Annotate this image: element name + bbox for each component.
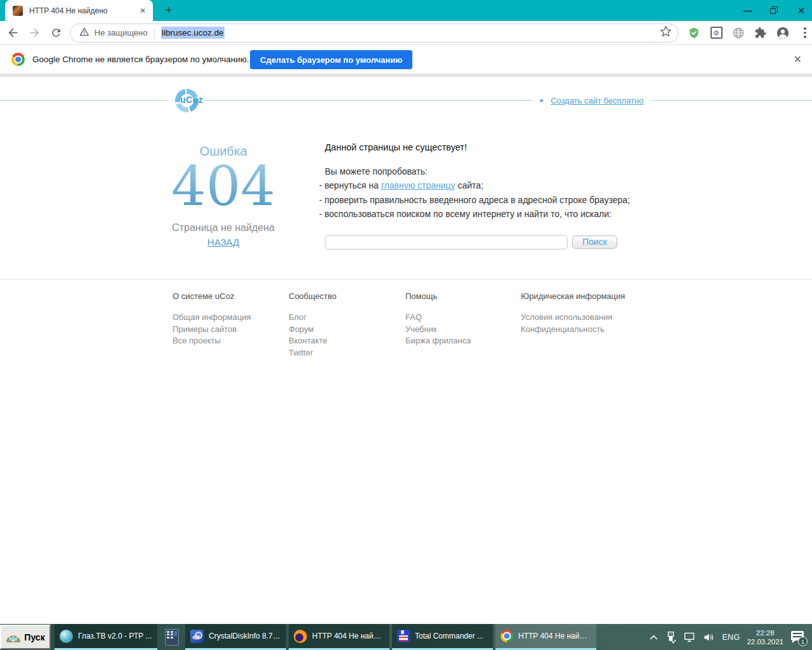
security-label[interactable]: Не защищено	[95, 28, 148, 37]
taskbar-item-chrome-active[interactable]: HTTP 404 Не найде...	[495, 624, 596, 650]
suggestion-item-1: - вернуться на главную страницу сайта;	[319, 178, 636, 193]
volume-icon[interactable]	[703, 632, 715, 643]
footer-link[interactable]: Учебник	[405, 324, 520, 335]
glaz-tv-icon	[60, 630, 73, 643]
footer-link[interactable]: Конфиденциальность	[521, 324, 635, 335]
footer-column-help: Помощь FAQ Учебник Биржа фриланса	[405, 291, 520, 347]
not-secure-warning-icon[interactable]	[79, 27, 89, 39]
extensions-puzzle-icon[interactable]	[754, 26, 768, 40]
clock[interactable]: 22:28 22.03.2021	[747, 628, 783, 646]
footer-link[interactable]: Биржа фриланса	[405, 335, 520, 347]
new-tab-button[interactable]: +	[161, 4, 176, 18]
main-page-link[interactable]: главную страницу	[381, 180, 455, 190]
taskbar-item-calculator[interactable]	[161, 624, 183, 650]
system-tray: ENG 22:28 22.03.2021 1	[649, 624, 812, 650]
start-label: Пуск	[24, 632, 44, 642]
browser-menu-icon[interactable]	[798, 26, 812, 40]
error-code-404: 404	[160, 159, 287, 213]
make-default-button[interactable]: Сделать браузером по умолчанию	[250, 50, 412, 69]
create-site-block: ► Создать сайт бесплатно	[533, 95, 650, 106]
back-link[interactable]: НАЗАД	[207, 237, 239, 248]
profile-avatar-icon[interactable]	[776, 26, 790, 40]
bookmark-star-icon[interactable]	[660, 25, 672, 40]
footer-link[interactable]: Все проекты	[173, 335, 287, 347]
footer-link[interactable]: Форум	[289, 324, 403, 335]
forward-icon[interactable]	[27, 25, 43, 41]
minimize-icon[interactable]: —	[743, 6, 752, 15]
footer-link[interactable]: Twitter	[289, 347, 403, 359]
taskbar-item-total-commander[interactable]: Total Commander ...	[392, 624, 493, 650]
footer-column-community: Сообщество Блог Форум Вконтакте Twitter	[289, 291, 403, 359]
clock-time: 22:28	[747, 628, 783, 637]
footer-column-legal: Юридическая информация Условия использов…	[521, 291, 635, 335]
start-button[interactable]: Пуск	[0, 625, 51, 649]
tray-chevron-up-icon[interactable]	[649, 633, 658, 641]
footer-column-title: Помощь	[405, 291, 520, 301]
footer-link[interactable]: Условия использования	[521, 312, 635, 323]
footer-link[interactable]: Примеры сайтов	[173, 324, 287, 335]
suggestion-item-2: - проверить правильность введенного адре…	[319, 193, 636, 208]
network-icon[interactable]	[683, 632, 696, 643]
back-icon[interactable]	[5, 25, 22, 41]
search-button[interactable]: Поиск	[572, 235, 617, 249]
site-favicon	[13, 6, 23, 16]
taskbar-item-glaz-tv[interactable]: Глаз.ТВ v2.0 - РТР ...	[55, 624, 157, 650]
total-commander-icon	[397, 630, 410, 642]
footer-link[interactable]: FAQ	[405, 312, 520, 323]
adblock-shield-icon[interactable]	[687, 26, 701, 40]
suggestion-item-3: - воспользоваться поиском по всему интер…	[319, 207, 636, 222]
footer-divider	[0, 279, 812, 280]
language-indicator[interactable]: ENG	[722, 633, 740, 642]
notification-badge: 1	[798, 637, 808, 646]
create-site-link[interactable]: Создать сайт бесплатно	[551, 96, 644, 105]
search-form: Поиск	[319, 235, 636, 249]
restore-icon[interactable]	[770, 6, 779, 15]
crystaldiskinfo-icon	[190, 630, 204, 643]
page-not-found-text: Страница не найдена	[160, 222, 287, 234]
footer-link[interactable]: Общая информация	[173, 312, 287, 323]
calculator-icon	[165, 629, 179, 646]
usb-device-icon[interactable]	[665, 631, 676, 644]
footer-link[interactable]: Вконтакте	[289, 335, 403, 347]
notification-center-icon[interactable]: 1	[790, 630, 806, 645]
header-divider	[0, 100, 812, 101]
browser-titlebar: HTTP 404 Не найдено ✕ + — ✕	[0, 0, 812, 21]
footer-column-title: О системе uCoz	[173, 291, 287, 301]
tab-title: HTTP 404 Не найдено	[29, 6, 138, 15]
infobar-message: Google Chrome не является браузером по у…	[32, 55, 249, 64]
webpage-404: uCoz ► Создать сайт бесплатно Ошибка 404…	[0, 77, 812, 624]
clock-date: 22.03.2021	[747, 637, 783, 646]
extensions-row: ⚙	[687, 26, 812, 40]
error-column: Ошибка 404 Страница не найдена НАЗАД	[160, 144, 287, 248]
search-input[interactable]	[325, 235, 568, 249]
settings-window-extension-icon[interactable]: ⚙	[709, 26, 723, 40]
footer-column-title: Юридическая информация	[521, 291, 635, 301]
omnibox-separator: |	[153, 28, 155, 38]
chrome-logo-icon	[11, 53, 25, 66]
reload-icon[interactable]	[48, 25, 65, 41]
arrow-right-icon: ►	[539, 98, 545, 103]
taskbar-item-firefox[interactable]: HTTP 404 Не найде...	[289, 624, 390, 650]
footer-column-about: О системе uCoz Общая информация Примеры …	[173, 291, 287, 347]
chrome-icon	[501, 630, 513, 642]
firefox-icon	[294, 630, 307, 643]
taskbar-item-crystaldiskinfo[interactable]: CrystalDiskInfo 8.7....	[185, 624, 286, 650]
footer-column-title: Сообщество	[289, 291, 403, 301]
browser-toolbar: Не защищено | librusec.ucoz.de ⚙	[0, 21, 812, 45]
tab-close-icon[interactable]: ✕	[138, 6, 148, 16]
footer-link[interactable]: Блог	[289, 312, 403, 323]
start-shell-icon	[6, 631, 21, 644]
infobar-close-icon[interactable]: ✕	[794, 53, 802, 65]
default-browser-infobar: Google Chrome не является браузером по у…	[0, 45, 812, 74]
windows-taskbar: Пуск Глаз.ТВ v2.0 - РТР ... CrystalDiskI…	[0, 624, 812, 650]
page-title: Данной страницы не существует!	[319, 142, 636, 152]
ucoz-logo[interactable]: uCoz	[169, 88, 205, 114]
suggestions-subtitle: Вы можете попробовать:	[319, 164, 636, 178]
browser-tab[interactable]: HTTP 404 Не найдено ✕	[5, 0, 153, 21]
close-icon[interactable]: ✕	[797, 6, 806, 15]
address-bar[interactable]: Не защищено | librusec.ucoz.de	[70, 23, 679, 43]
globe-extension-icon[interactable]	[731, 26, 745, 40]
url-text-selected[interactable]: librusec.ucoz.de	[161, 27, 225, 39]
error-description-column: Данной страницы не существует! Вы можете…	[319, 142, 636, 249]
window-controls: — ✕	[743, 0, 806, 21]
